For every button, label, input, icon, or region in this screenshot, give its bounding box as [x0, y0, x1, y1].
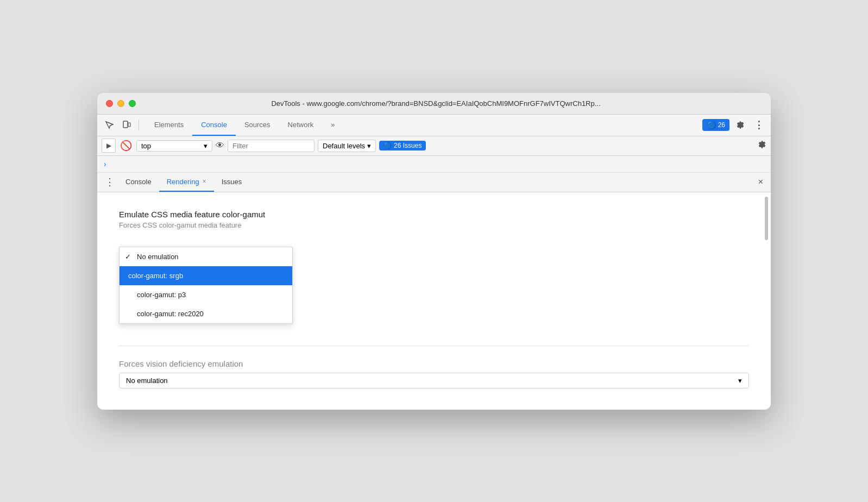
tab-bar: Elements Console Sources Network »: [143, 115, 700, 136]
context-selector[interactable]: top ▾: [136, 140, 212, 152]
more-options-icon[interactable]: ⋮: [751, 117, 766, 133]
scrollbar-thumb[interactable]: [765, 197, 768, 240]
toolbar-divider: [139, 120, 139, 130]
tab-more[interactable]: »: [322, 115, 343, 136]
toolbar-right: 🔵 26 ⋮: [702, 117, 766, 133]
console-toolbar: ▶ 🚫 top ▾ 👁 Default levels ▾ 🔵 26 Issues: [97, 136, 771, 156]
issues-badge-top[interactable]: 🔵 26: [702, 119, 729, 131]
tab-console[interactable]: Console: [192, 115, 236, 136]
eye-icon[interactable]: 👁: [216, 141, 224, 150]
section-title: Emulate CSS media feature color-gamut: [119, 210, 749, 219]
clear-console-icon[interactable]: ▶: [102, 139, 116, 153]
section-subtitle: Forces CSS color-gamut media feature: [119, 221, 749, 229]
panel-tab-console[interactable]: Console: [118, 173, 159, 192]
section-divider: [119, 346, 749, 346]
settings-icon[interactable]: [733, 117, 748, 133]
vision-section: Forces vision deficiency emulation No em…: [119, 346, 749, 388]
traffic-lights: [106, 100, 136, 107]
issues-badge-console[interactable]: 🔵 26 Issues: [379, 141, 426, 150]
device-toolbar-icon[interactable]: [119, 117, 134, 133]
panel-tab-issues[interactable]: Issues: [214, 173, 250, 192]
dropdown-item-p3[interactable]: color-gamut: p3: [119, 285, 292, 304]
default-levels-button[interactable]: Default levels ▾: [318, 140, 376, 152]
devtools-toolbar: Elements Console Sources Network » 🔵 26: [97, 115, 771, 136]
window-title: DevTools - www.google.com/chrome/?brand=…: [142, 99, 729, 108]
panel-close-icon[interactable]: ×: [755, 177, 766, 187]
vision-dropdown[interactable]: No emulation ▾: [119, 373, 749, 388]
svg-rect-0: [123, 121, 128, 128]
panels-bar: ⋮ Console Rendering × Issues ×: [97, 173, 771, 192]
svg-rect-1: [128, 123, 130, 127]
maximize-button[interactable]: [129, 100, 136, 107]
tab-sources[interactable]: Sources: [236, 115, 279, 136]
context-arrow: ▾: [204, 142, 207, 150]
panel-tab-rendering[interactable]: Rendering ×: [159, 173, 214, 192]
close-button[interactable]: [106, 100, 113, 107]
panel-menu-icon[interactable]: ⋮: [102, 176, 118, 188]
dropdown-list: No emulation color-gamut: srgb color-gam…: [119, 247, 293, 324]
filter-input[interactable]: [228, 140, 315, 152]
dropdown-item-no-emulation[interactable]: No emulation: [119, 247, 292, 266]
inspect-element-icon[interactable]: [102, 117, 117, 133]
minimize-button[interactable]: [117, 100, 124, 107]
chevron-area: ›: [97, 156, 771, 173]
console-settings-icon[interactable]: [758, 140, 766, 151]
chevron-right-icon[interactable]: ›: [104, 160, 106, 168]
scrollbar[interactable]: [764, 192, 769, 410]
tab-elements[interactable]: Elements: [146, 115, 192, 136]
dropdown-item-rec2020[interactable]: color-gamut: rec2020: [119, 304, 292, 323]
main-content: Emulate CSS media feature color-gamut Fo…: [97, 192, 771, 410]
vision-dropdown-arrow: ▾: [738, 376, 742, 385]
tab-network[interactable]: Network: [279, 115, 323, 136]
vision-deficiency-section: Forces vision deficiency emulation No em…: [119, 359, 749, 388]
title-bar: DevTools - www.google.com/chrome/?brand=…: [97, 93, 771, 115]
vision-section-title: Forces vision deficiency emulation: [119, 359, 749, 368]
devtools-window: DevTools - www.google.com/chrome/?brand=…: [97, 93, 771, 410]
block-icon[interactable]: 🚫: [119, 139, 133, 153]
rendering-tab-close-icon[interactable]: ×: [203, 178, 206, 185]
dropdown-item-srgb[interactable]: color-gamut: srgb: [119, 266, 292, 285]
